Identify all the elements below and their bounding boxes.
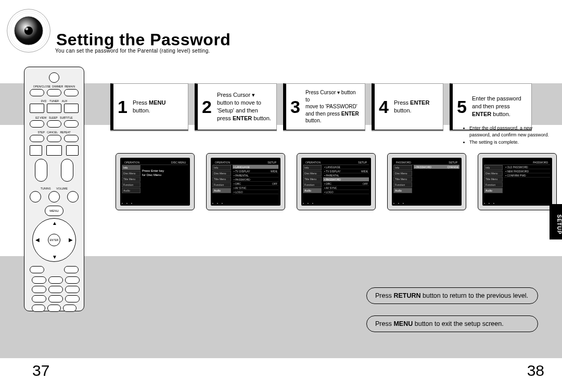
step-5: 5 Enter the password and then press ENTE…	[450, 83, 532, 130]
page-subtitle: You can set the password for the Parenta…	[55, 48, 210, 54]
up-icon: ▲	[52, 220, 57, 226]
step-1: 1 Press MENU button.	[110, 83, 188, 130]
left-icon: ◀	[35, 237, 40, 243]
screenshot-row: OPERATIONDISC MENU Info Disc Menu Title …	[116, 153, 557, 210]
step-number: 4	[379, 98, 391, 116]
remote-button[interactable]	[65, 286, 80, 293]
remote-button[interactable]	[32, 295, 46, 302]
step-3: 3 Press Cursor ▾ button to move to 'PASS…	[283, 83, 365, 130]
next-button[interactable]	[66, 145, 79, 156]
setup-tab: SETUP	[550, 204, 562, 239]
tuning-volume-pad	[30, 159, 79, 185]
remote-row-label: TUNING VOLUME	[30, 187, 79, 190]
remote-button[interactable]	[47, 135, 61, 142]
remote-button[interactable]	[65, 295, 80, 302]
volume-rocker[interactable]	[61, 159, 73, 182]
speaker-icon	[5, 7, 52, 54]
screenshot-4: PASSWORDSETUP Info Disc Menu Title Menu …	[387, 153, 466, 210]
remote-button[interactable]	[47, 89, 61, 96]
down-icon: ▼	[52, 254, 57, 260]
remote-button[interactable]	[64, 120, 79, 128]
prev-button[interactable]	[30, 145, 42, 156]
steps-row: 1 Press MENU button. 2 Press Cursor ▾ bu…	[110, 83, 562, 130]
step-number: 2	[202, 98, 214, 116]
remote-button[interactable]	[48, 276, 63, 284]
remote-button[interactable]	[30, 120, 44, 128]
remote-button[interactable]	[30, 104, 44, 113]
step-4: 4 Press ENTER button.	[372, 83, 443, 130]
step-number: 5	[457, 98, 469, 116]
dpad[interactable]: ▲ ▼ ◀ ▶ ENTER	[32, 218, 76, 262]
remote-button[interactable]	[64, 135, 79, 142]
remote-control: OPEN/CLOSE DIMMER REMAIN DVD TUNER AUX E…	[24, 67, 84, 311]
page-number-right: 38	[527, 362, 544, 380]
page-title: Setting the Password	[56, 30, 231, 49]
svg-point-4	[24, 27, 33, 35]
note-return: Press RETURN button to return to the pre…	[366, 287, 538, 304]
remote-button[interactable]	[63, 305, 76, 312]
screenshot-2: OPERATIONSETUP Info Disc Menu Title Menu…	[206, 153, 285, 210]
power-button[interactable]	[49, 72, 59, 83]
screenshot-5: PASSWORD Info Disc Menu Title Menu Funct…	[478, 153, 557, 210]
remote-button[interactable]	[32, 305, 45, 312]
step-number: 3	[290, 98, 302, 116]
info-button[interactable]	[30, 266, 44, 273]
right-icon: ▶	[69, 237, 73, 243]
remote-button[interactable]	[47, 305, 61, 312]
step-text: Press ENTER button.	[394, 99, 429, 115]
screenshot-1: OPERATIONDISC MENU Info Disc Menu Title …	[116, 153, 195, 210]
step-text: Enter the password and then press ENTER …	[472, 95, 521, 118]
remote-button[interactable]	[67, 191, 79, 203]
remote-button[interactable]	[32, 276, 46, 284]
remote-button[interactable]	[30, 135, 44, 142]
remote-button[interactable]	[30, 89, 44, 96]
remote-button[interactable]	[64, 104, 79, 113]
remote-row-label: DVD TUNER AUX	[30, 99, 79, 103]
note-menu: Press MENU button to exit the setup scre…	[366, 315, 538, 332]
menu-button[interactable]: MENU	[45, 206, 63, 216]
screenshot-3: OPERATIONSETUP Info Disc Menu Title Menu…	[297, 153, 376, 210]
remote-button[interactable]	[64, 89, 79, 96]
remote-button[interactable]	[48, 286, 63, 293]
notes: Press RETURN button to return to the pre…	[366, 287, 538, 332]
step-2: 2 Press Cursor ▾ button to move to 'Setu…	[195, 83, 277, 130]
svg-point-5	[25, 28, 28, 30]
page-number-left: 37	[32, 362, 49, 380]
play-pause-button[interactable]	[46, 145, 61, 156]
step-5-notes: Enter the old password, a new password, …	[463, 125, 555, 147]
remote-button[interactable]	[32, 286, 46, 293]
remote-button[interactable]	[48, 295, 63, 302]
return-button[interactable]	[64, 266, 79, 273]
remote-row-label: EZ VIEW SLEEP SUBTITLE	[30, 116, 79, 119]
remote-row-label: OPEN/CLOSE DIMMER REMAIN	[30, 85, 79, 88]
list-item: The setting is complete.	[469, 139, 555, 146]
tuning-rocker[interactable]	[35, 159, 47, 182]
remote-button[interactable]	[47, 104, 61, 113]
step-text: Press Cursor ▾ button to move to 'PASSWO…	[305, 89, 360, 124]
step-text: Press Cursor ▾ button to move to 'Setup'…	[217, 91, 271, 122]
remote-button[interactable]	[47, 120, 61, 128]
mute-button[interactable]	[48, 191, 60, 203]
remote-button[interactable]	[65, 276, 80, 284]
step-text: Press MENU button.	[133, 99, 183, 115]
list-item: Enter the old password, a new password, …	[469, 125, 555, 138]
enter-button[interactable]: ENTER	[48, 234, 60, 246]
step-number: 1	[118, 98, 130, 116]
remote-row-label: STEP CANCEL REPEAT	[30, 131, 79, 134]
remote-button[interactable]	[30, 191, 41, 203]
